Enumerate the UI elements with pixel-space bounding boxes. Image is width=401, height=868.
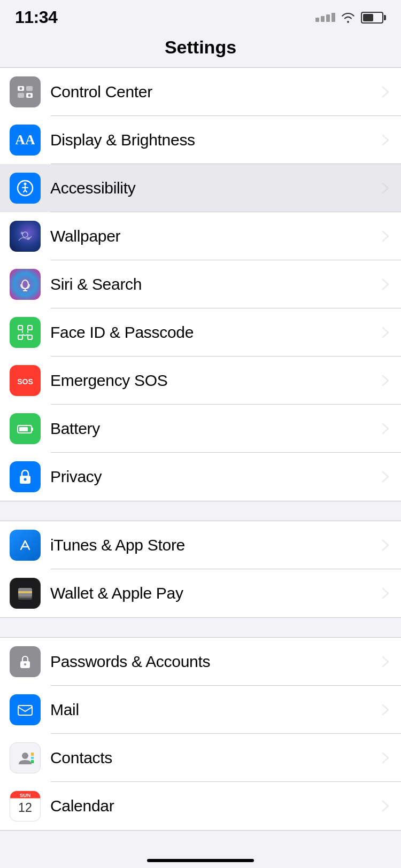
svg-text:SUN: SUN (20, 792, 30, 798)
app-store-icon (10, 530, 41, 561)
svg-point-26 (24, 478, 27, 481)
passwords-accounts-label: Passwords & Accounts (50, 653, 382, 671)
row-passwords-accounts[interactable]: Passwords & Accounts (0, 638, 401, 686)
siri-icon (10, 269, 41, 300)
wallet-apple-pay-label: Wallet & Apple Pay (50, 584, 382, 602)
svg-text:SOS: SOS (17, 377, 33, 386)
battery-icon (10, 413, 41, 444)
chevron-icon (382, 182, 389, 194)
svg-rect-16 (28, 326, 32, 330)
mail-icon (10, 694, 41, 725)
face-id-icon (10, 317, 41, 348)
row-display-brightness[interactable]: AA Display & Brightness (0, 116, 401, 164)
accessibility-label: Accessibility (50, 179, 382, 197)
chevron-icon (382, 587, 389, 599)
chevron-icon (382, 278, 389, 290)
svg-point-8 (24, 183, 27, 185)
svg-rect-15 (18, 326, 22, 330)
chevron-icon (382, 230, 389, 242)
svg-point-33 (24, 663, 26, 665)
contacts-label: Contacts (50, 749, 382, 767)
emergency-sos-label: Emergency SOS (50, 371, 382, 390)
battery-label: Battery (50, 420, 382, 438)
svg-rect-31 (18, 591, 32, 593)
svg-text:AA: AA (16, 132, 35, 148)
row-control-center[interactable]: Control Center (0, 68, 401, 116)
svg-rect-1 (26, 86, 33, 91)
svg-text:12: 12 (18, 801, 32, 815)
contacts-icon (10, 742, 41, 773)
svg-rect-36 (31, 753, 34, 756)
svg-point-4 (20, 87, 22, 90)
row-mail[interactable]: Mail (0, 686, 401, 734)
row-contacts[interactable]: Contacts (0, 734, 401, 782)
calendar-label: Calendar (50, 797, 382, 815)
battery-status-icon (361, 12, 386, 24)
privacy-icon (10, 461, 41, 492)
emergency-sos-icon: SOS (10, 365, 41, 396)
svg-rect-18 (28, 335, 32, 339)
chevron-icon (382, 704, 389, 716)
svg-point-35 (22, 753, 28, 759)
row-face-id[interactable]: Face ID & Passcode (0, 308, 401, 356)
calendar-icon: SUN 12 (10, 790, 41, 821)
svg-point-9 (22, 232, 28, 237)
privacy-label: Privacy (50, 468, 382, 486)
svg-rect-17 (18, 335, 22, 339)
wifi-icon (341, 12, 356, 24)
chevron-icon (382, 539, 389, 551)
section-accounts: Passwords & Accounts Mail (0, 637, 401, 831)
svg-rect-24 (19, 427, 28, 431)
face-id-label: Face ID & Passcode (50, 323, 382, 342)
svg-point-12 (22, 280, 28, 289)
itunes-app-store-label: iTunes & App Store (50, 536, 382, 554)
chevron-icon (382, 327, 389, 338)
row-wallet-apple-pay[interactable]: Wallet & Apple Pay (0, 569, 401, 617)
mail-label: Mail (50, 701, 382, 719)
status-bar: 11:34 (0, 0, 401, 32)
svg-rect-37 (31, 757, 34, 759)
page-title: Settings (0, 32, 401, 67)
row-siri-search[interactable]: Siri & Search (0, 260, 401, 308)
signal-icon (315, 13, 335, 22)
display-brightness-icon: AA (10, 125, 41, 156)
chevron-icon (382, 375, 389, 386)
row-accessibility[interactable]: Accessibility (0, 164, 401, 212)
row-emergency-sos[interactable]: SOS Emergency SOS (0, 356, 401, 405)
accessibility-icon (10, 173, 41, 204)
wallpaper-icon (10, 221, 41, 252)
row-calendar[interactable]: SUN 12 Calendar (0, 782, 401, 830)
row-wallpaper[interactable]: Wallpaper (0, 212, 401, 260)
chevron-icon (382, 656, 389, 668)
chevron-icon (382, 423, 389, 435)
display-brightness-label: Display & Brightness (50, 131, 382, 149)
svg-point-10 (21, 232, 24, 235)
status-time: 11:34 (15, 7, 57, 27)
control-center-icon (10, 76, 41, 107)
row-battery[interactable]: Battery (0, 405, 401, 453)
wallpaper-label: Wallpaper (50, 227, 382, 245)
status-icons (315, 12, 386, 24)
home-indicator (147, 859, 254, 862)
svg-rect-34 (18, 706, 32, 715)
chevron-icon (382, 800, 389, 812)
svg-point-5 (28, 94, 31, 97)
section-display: Control Center AA Display & Brightness A… (0, 67, 401, 501)
control-center-label: Control Center (50, 83, 382, 101)
siri-search-label: Siri & Search (50, 275, 382, 293)
svg-rect-23 (32, 428, 33, 431)
section-store: iTunes & App Store Wallet & Apple Pay (0, 521, 401, 618)
chevron-icon (382, 752, 389, 764)
wallet-icon (10, 578, 41, 609)
svg-rect-2 (18, 93, 24, 98)
chevron-icon (382, 86, 389, 98)
svg-rect-38 (31, 760, 34, 763)
chevron-icon (382, 134, 389, 146)
row-privacy[interactable]: Privacy (0, 453, 401, 501)
passwords-icon (10, 646, 41, 677)
chevron-icon (382, 471, 389, 483)
row-itunes-app-store[interactable]: iTunes & App Store (0, 521, 401, 569)
